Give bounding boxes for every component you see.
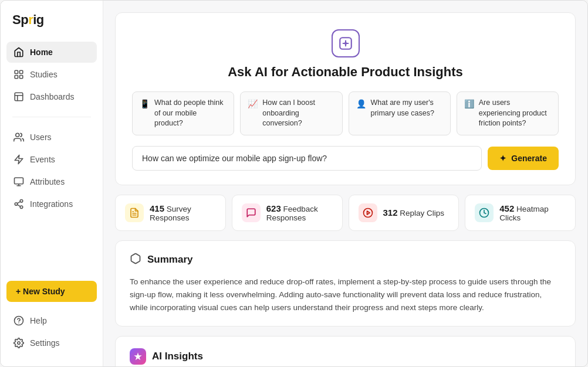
integrations-icon [13,199,24,209]
sidebar-item-home-label: Home [30,47,53,57]
svg-point-18 [18,342,21,345]
svg-point-23 [363,208,372,217]
sidebar-item-studies-label: Studies [30,70,58,79]
summary-icon [130,253,141,267]
sidebar-item-users-label: Users [30,132,52,142]
svg-rect-1 [20,70,23,73]
chip1-icon: 📱 [140,98,150,110]
feedback-icon [242,203,261,222]
summary-title-row: Summary [130,253,561,267]
ai-insights-card: AI Insights 🔍 Opportunities Account Setu… [115,336,576,367]
dashboards-icon [13,91,24,102]
ai-card-title: Ask AI for Actionable Product Insights [132,64,559,80]
summary-card: Summary To enhance the user experience a… [115,240,576,327]
settings-icon [13,338,24,348]
generate-button[interactable]: ✦ Generate [488,147,559,170]
ai-search-row: ✦ Generate [132,146,559,171]
ai-card-icon-area [132,29,559,57]
chip2-text: How can I boost onboarding conversion? [262,98,334,129]
sidebar-item-attributes-label: Attributes [30,177,65,186]
svg-point-7 [16,133,19,137]
summary-title-text: Summary [147,254,192,266]
svg-point-20 [344,42,346,45]
sidebar-item-studies[interactable]: Studies [6,64,97,85]
stat-replay-content: 312 Replay Clips [383,208,445,218]
chip3-icon: 👤 [356,98,366,110]
ai-sparkle-icon [332,29,360,57]
generate-sparkle-icon: ✦ [499,154,506,163]
heatmap-icon [475,203,494,222]
sidebar-nav: Home Studies Dashboards [1,42,103,281]
replay-label: Replay Clips [400,209,444,218]
replay-number: 312 [383,208,398,218]
svg-line-15 [17,202,20,203]
sidebar-bottom: + New Study Help Settings [1,281,103,358]
users-icon [13,132,24,142]
svg-line-14 [17,205,20,206]
insights-title-text: AI Insights [152,351,203,362]
stat-heatmap-content: 452 Heatmap Clicks [499,203,566,222]
stat-survey-content: 415 Survey Responses [150,203,216,222]
replay-icon [359,203,377,222]
sidebar-item-integrations[interactable]: Integrations [6,193,97,215]
chip4-icon: ℹ️ [464,98,474,110]
main-content: Ask AI for Actionable Product Insights 📱… [103,1,587,367]
generate-label: Generate [511,154,547,163]
stat-feedback-content: 623 Feedback Responses [266,203,333,222]
sidebar-item-events-label: Events [30,155,55,164]
sidebar-item-attributes[interactable]: Attributes [6,171,97,192]
sidebar-item-home[interactable]: Home [6,42,97,63]
sidebar-item-users[interactable]: Users [6,127,97,148]
svg-marker-24 [367,211,370,215]
sidebar-item-settings[interactable]: Settings [6,332,97,354]
sidebar-item-help-label: Help [30,316,47,325]
suggestion-chip-3[interactable]: 👤 What are my user's primary use cases? [349,91,451,135]
chip1-text: What do people think of our mobile produ… [154,98,227,129]
chip2-icon: 📈 [248,98,258,110]
stat-replay[interactable]: 312 Replay Clips [349,195,459,231]
insights-sparkle-icon [130,348,146,365]
suggestion-chips: 📱 What do people think of our mobile pro… [132,91,559,135]
attributes-icon [13,176,24,187]
ai-search-input[interactable] [132,146,482,171]
ai-ask-card: Ask AI for Actionable Product Insights 📱… [115,12,576,185]
svg-rect-2 [15,76,18,79]
logo: Sprig [1,12,103,42]
svg-rect-3 [20,76,23,79]
stats-row: 415 Survey Responses 623 Feedback Respon… [115,195,576,231]
sidebar-item-events[interactable]: Events [6,149,97,170]
suggestion-chip-1[interactable]: 📱 What do people think of our mobile pro… [132,91,234,135]
sidebar-item-help[interactable]: Help [6,310,97,331]
chip4-text: Are users experiencing product friction … [479,98,551,129]
survey-number: 415 [150,203,164,213]
events-icon [13,154,24,165]
new-study-label: + New Study [16,287,65,296]
survey-icon [125,203,144,222]
sidebar: Sprig Home Studies [1,1,103,367]
stat-heatmap[interactable]: 452 Heatmap Clicks [465,195,576,231]
suggestion-chip-4[interactable]: ℹ️ Are users experiencing product fricti… [457,91,559,135]
svg-rect-8 [15,178,23,184]
summary-text: To enhance the user experience and reduc… [130,276,561,315]
stat-survey[interactable]: 415 Survey Responses [115,195,226,231]
help-icon [13,315,24,326]
chip3-text: What are my user's primary use cases? [371,98,443,118]
sidebar-item-integrations-label: Integrations [30,199,73,209]
sidebar-item-dashboards-label: Dashboards [30,92,75,101]
nav-divider [12,117,91,117]
suggestion-chip-2[interactable]: 📈 How can I boost onboarding conversion? [240,91,342,135]
insights-title-row: AI Insights [130,348,561,365]
svg-rect-4 [15,93,23,101]
heatmap-number: 452 [499,203,514,213]
stat-feedback[interactable]: 623 Feedback Responses [232,195,343,231]
svg-rect-0 [15,70,18,73]
sidebar-item-dashboards[interactable]: Dashboards [6,86,97,107]
home-icon [13,47,24,57]
sidebar-item-settings-label: Settings [30,338,60,348]
studies-icon [13,69,24,80]
new-study-button[interactable]: + New Study [6,281,97,302]
feedback-number: 623 [266,203,281,213]
